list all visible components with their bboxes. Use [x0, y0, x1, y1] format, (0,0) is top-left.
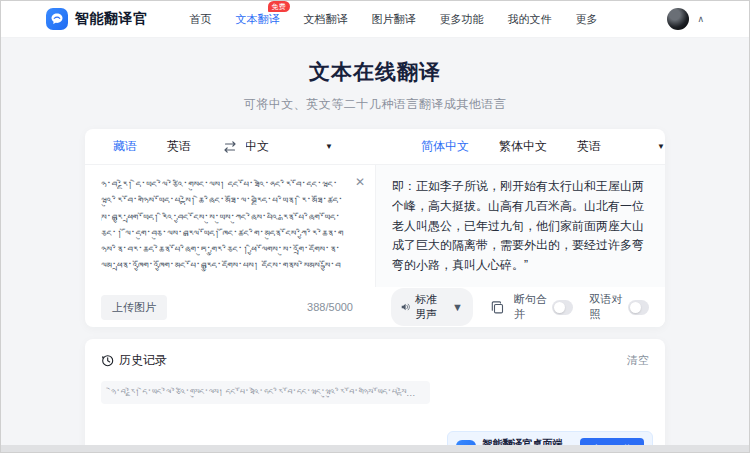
sentence-merge-toggle-group: 断句合并 — [514, 292, 574, 322]
tab-target-traditional-chinese[interactable]: 繁体中文 — [499, 138, 547, 155]
chevron-up-icon[interactable]: ∧ — [697, 14, 704, 24]
source-toolbar: 上传图片 388/5000 — [85, 287, 375, 327]
main-nav: 首页 文本翻译 免费 文档翻译 图片翻译 更多功能 我的文件 更多 — [190, 12, 598, 27]
nav-item-home[interactable]: 首页 — [190, 12, 212, 27]
history-card: 历史记录 清空 ཉེ་བ་རྗེ། དེ་ཡང་ལེ་ཙེའི་གསུང་ལས།… — [85, 339, 665, 453]
clear-source-icon[interactable]: ✕ — [355, 175, 365, 189]
target-panel: 即：正如李子所说，刚开始有太行山和王屋山两个峰，高大挺拔。山高有几百米高。山北有… — [375, 165, 665, 287]
source-panel: ཉེ་བ་རྗེ། དེ་ཡང་ལེ་ཙེའི་གསུང་ལས། དང་པོ་ཐ… — [85, 165, 375, 287]
navbar: 智能翻译官 首页 文本翻译 免费 文档翻译 图片翻译 更多功能 我的文件 更多 … — [1, 1, 749, 38]
source-textarea[interactable]: ཉེ་བ་རྗེ། དེ་ཡང་ལེ་ཙེའི་གསུང་ལས། དང་པོ་ཐ… — [101, 177, 345, 277]
clear-history-button[interactable]: 清空 — [627, 353, 649, 368]
copy-button[interactable] — [491, 301, 504, 314]
free-badge: 免费 — [268, 1, 290, 12]
tab-target-english[interactable]: 英语 — [577, 138, 601, 155]
app-logo-text: 智能翻译官 — [75, 10, 148, 28]
viewport-bottom-edge — [1, 445, 749, 452]
char-counter: 388/5000 — [307, 301, 359, 313]
source-language-tabs: 藏语 英语 简体中文 ▼ — [85, 129, 375, 164]
history-list-item[interactable]: ཉེ་བ་རྗེ། དེ་ཡང་ལེ་ཙེའི་གསུང་ལས། དང་པོ་ཐ… — [101, 381, 430, 404]
history-title: 历史记录 — [119, 352, 167, 369]
nav-item-more-features[interactable]: 更多功能 — [440, 12, 484, 27]
bilingual-compare-label: 双语对照 — [589, 292, 622, 322]
nav-item-my-files[interactable]: 我的文件 — [508, 12, 552, 27]
nav-item-text-translate-label: 文本翻译 — [236, 13, 280, 25]
sentence-merge-switch[interactable] — [552, 300, 573, 315]
voice-dropdown-icon: ▼ — [452, 301, 463, 313]
target-language-tabs: 简体中文 繁体中文 英语 ▼ — [375, 129, 665, 164]
tab-source-tibetan[interactable]: 藏语 — [113, 138, 137, 155]
nav-item-doc-translate[interactable]: 文档翻译 — [304, 12, 348, 27]
target-toolbar: 标准男声 ▼ 断句合并 双语对照 — [375, 287, 665, 327]
nav-item-more[interactable]: 更多 — [576, 12, 598, 27]
history-icon — [101, 354, 114, 367]
app-logo-icon — [46, 8, 68, 30]
source-language-dropdown-icon[interactable]: ▼ — [325, 142, 333, 151]
target-language-dropdown-icon[interactable]: ▼ — [657, 142, 665, 151]
nav-item-text-translate[interactable]: 文本翻译 免费 — [236, 12, 280, 27]
language-tabbar: 藏语 英语 简体中文 ▼ 简体中文 繁体中文 英语 ▼ — [85, 129, 665, 165]
voice-select-label: 标准男声 — [415, 292, 447, 322]
tab-target-simplified-chinese[interactable]: 简体中文 — [421, 138, 469, 155]
user-avatar[interactable] — [667, 8, 689, 30]
swap-languages-button[interactable] — [214, 140, 246, 154]
translator-card: 藏语 英语 简体中文 ▼ 简体中文 繁体中文 英语 ▼ ཉེ་བ་རྗེ། དེ… — [85, 129, 665, 327]
voice-select[interactable]: 标准男声 ▼ — [391, 288, 473, 326]
nav-item-image-translate[interactable]: 图片翻译 — [372, 12, 416, 27]
page-subtitle: 可将中文、英文等二十几种语言翻译成其他语言 — [1, 96, 749, 113]
speaker-icon — [401, 301, 410, 313]
bilingual-compare-switch[interactable] — [628, 300, 649, 315]
app-logo[interactable]: 智能翻译官 — [46, 8, 148, 30]
page-title: 文本在线翻译 — [1, 58, 749, 86]
bilingual-compare-toggle-group: 双语对照 — [589, 292, 649, 322]
tab-source-english[interactable]: 英语 — [167, 138, 191, 155]
upload-image-button[interactable]: 上传图片 — [101, 295, 167, 320]
sentence-merge-label: 断句合并 — [514, 292, 547, 322]
copy-icon — [491, 301, 504, 314]
target-text: 即：正如李子所说，刚开始有太行山和王屋山两个峰，高大挺拔。山高有几百米高。山北有… — [392, 177, 649, 277]
